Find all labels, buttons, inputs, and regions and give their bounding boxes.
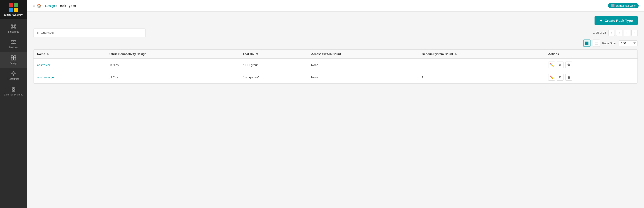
view-options-row: Page Size: 100 50 25 xyxy=(33,39,638,47)
logo-cell-green xyxy=(14,3,18,7)
blueprints-icon xyxy=(10,23,16,29)
copy-button-0[interactable]: ⧉ xyxy=(557,61,564,68)
home-icon[interactable]: 🏠 xyxy=(37,3,41,8)
cell-actions-0: ✏️ ⧉ 🗑 xyxy=(544,59,638,71)
svg-rect-19 xyxy=(14,41,15,42)
page-size-select[interactable]: 100 50 25 xyxy=(618,40,638,46)
svg-rect-36 xyxy=(587,43,588,45)
svg-rect-37 xyxy=(595,42,598,42)
col-leaf: Leaf Count xyxy=(240,50,308,59)
favorite-star-icon[interactable]: ☆ xyxy=(32,3,36,8)
cell-fabric-0: L3 Clos xyxy=(105,59,239,71)
pager-first-button[interactable]: « xyxy=(608,30,615,36)
svg-rect-39 xyxy=(595,44,598,44)
edit-button-1[interactable]: ✏️ xyxy=(548,74,555,81)
breadcrumb: ☆ 🏠 › Design › Rack Types xyxy=(32,3,76,8)
col-actions-label: Actions xyxy=(548,52,559,56)
grid-view-button[interactable] xyxy=(583,39,590,47)
col-name: Name ⇅ xyxy=(34,50,105,59)
create-btn-label: Create Rack Type xyxy=(605,19,633,22)
svg-rect-22 xyxy=(11,58,13,60)
svg-rect-33 xyxy=(585,41,587,43)
col-generic-label: Generic System Count xyxy=(422,52,453,56)
breadcrumb-current: Rack Types xyxy=(59,4,76,8)
create-rack-type-button[interactable]: ＋ Create Rack Type xyxy=(594,16,638,25)
content-area: ＋ Create Rack Type ▶ Query: All 1-25 of … xyxy=(27,12,644,208)
logo-cell-blue xyxy=(9,8,13,12)
col-access-label: Access Switch Count xyxy=(311,52,341,56)
sidebar-item-design[interactable]: Design xyxy=(0,52,27,68)
pagination-info: 1-25 of 25 xyxy=(593,31,606,34)
action-icons-0: ✏️ ⧉ 🗑 xyxy=(548,61,634,68)
logo-cell-red xyxy=(9,3,13,7)
sidebar-item-resources[interactable]: Resources xyxy=(0,68,27,83)
datacenter-badge-label: Datacenter Only xyxy=(616,4,636,7)
row-link-0[interactable]: apstra-esi xyxy=(37,63,50,67)
svg-point-24 xyxy=(12,73,14,75)
pagination-controls: 1-25 of 25 « ‹ › » xyxy=(593,30,638,36)
svg-rect-18 xyxy=(12,41,13,42)
sidebar-nav: Blueprints Devices xyxy=(0,19,27,99)
query-label: Query: All xyxy=(41,31,54,34)
breadcrumb-design-link[interactable]: Design xyxy=(45,4,55,8)
col-leaf-label: Leaf Count xyxy=(243,52,258,56)
cell-access-0: None xyxy=(308,59,418,71)
cell-leaf-0: 1 ESI group xyxy=(240,59,308,71)
query-filter-box[interactable]: ▶ Query: All xyxy=(33,28,146,37)
external-systems-icon xyxy=(10,86,16,92)
copy-button-1[interactable]: ⧉ xyxy=(557,74,564,81)
cell-fabric-1: L3 Clos xyxy=(105,71,239,84)
pager-next-button[interactable]: › xyxy=(624,30,630,36)
create-btn-plus-icon: ＋ xyxy=(600,18,603,23)
cell-actions-1: ✏️ ⧉ 🗑 xyxy=(544,71,638,84)
header: ☆ 🏠 › Design › Rack Types ℹ️ Datacenter … xyxy=(27,0,644,12)
pager-prev-button[interactable]: ‹ xyxy=(616,30,622,36)
sidebar: Juniper Apstra™ xyxy=(0,0,27,208)
pager-last-button[interactable]: » xyxy=(632,30,638,36)
col-generic-sort-icon[interactable]: ⇅ xyxy=(455,53,457,55)
col-name-sort-icon[interactable]: ⇅ xyxy=(47,53,49,55)
cell-generic-1: 1 xyxy=(418,71,544,84)
svg-rect-26 xyxy=(11,89,12,90)
main-area: ☆ 🏠 › Design › Rack Types ℹ️ Datacenter … xyxy=(27,0,644,208)
devices-icon xyxy=(10,39,16,45)
grid-view-icon xyxy=(585,41,589,45)
svg-rect-20 xyxy=(11,56,13,58)
col-access: Access Switch Count xyxy=(308,50,418,59)
info-icon: ℹ️ xyxy=(611,4,615,7)
rack-types-table: Name ⇅ Fabric Connectivity Design Leaf C… xyxy=(33,49,638,84)
sidebar-brand: Juniper Apstra™ xyxy=(4,13,24,16)
col-fabric: Fabric Connectivity Design xyxy=(105,50,239,59)
row-link-1[interactable]: apstra-single xyxy=(37,76,54,79)
sidebar-item-external-systems[interactable]: External Systems xyxy=(0,83,27,99)
svg-rect-28 xyxy=(12,91,14,92)
breadcrumb-sep-2: › xyxy=(56,4,57,8)
table-row: apstra-single L3 Clos 1 single leaf None… xyxy=(34,71,638,84)
svg-rect-23 xyxy=(14,58,16,60)
edit-button-0[interactable]: ✏️ xyxy=(548,61,555,68)
cell-name-0: apstra-esi xyxy=(34,59,105,71)
table-header-row: Name ⇅ Fabric Connectivity Design Leaf C… xyxy=(34,50,638,59)
delete-button-1[interactable]: 🗑 xyxy=(565,74,572,81)
sidebar-item-design-label: Design xyxy=(10,62,17,64)
delete-button-0[interactable]: 🗑 xyxy=(565,61,572,68)
sidebar-item-blueprints[interactable]: Blueprints xyxy=(0,20,27,36)
svg-rect-34 xyxy=(587,41,588,43)
sidebar-item-resources-label: Resources xyxy=(8,77,20,80)
svg-rect-8 xyxy=(14,28,16,29)
svg-rect-35 xyxy=(585,43,587,45)
logo-area: Juniper Apstra™ xyxy=(0,0,27,19)
list-view-button[interactable] xyxy=(593,39,600,47)
logo-grid xyxy=(9,3,18,12)
table: Name ⇅ Fabric Connectivity Design Leaf C… xyxy=(34,50,638,83)
sidebar-item-devices[interactable]: Devices xyxy=(0,36,27,52)
svg-rect-7 xyxy=(11,28,13,29)
svg-rect-27 xyxy=(14,89,16,90)
cell-access-1: None xyxy=(308,71,418,84)
col-fabric-label: Fabric Connectivity Design xyxy=(108,52,146,56)
svg-rect-38 xyxy=(595,43,598,44)
col-generic: Generic System Count ⇅ xyxy=(418,50,544,59)
query-expand-icon: ▶ xyxy=(37,31,39,34)
logo-cell-yellow xyxy=(14,8,18,12)
table-row: apstra-esi L3 Clos 1 ESI group None 3 ✏️… xyxy=(34,59,638,71)
